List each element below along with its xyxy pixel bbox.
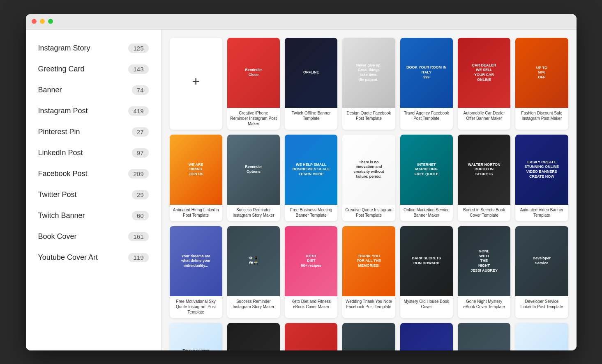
template-label-gone-night: Gone Night Mystery eBook Cover Template (458, 296, 510, 313)
sidebar-item-instagram-post[interactable]: Instagram Post 419 (26, 101, 161, 121)
template-label-developer: Developer Service LinkedIn Post Template (515, 296, 568, 313)
template-card-the-body[interactable]: THE BODYThe Body Book Cover (400, 323, 453, 350)
template-image-creative-quote: There is no innovation and creativity wi… (342, 135, 395, 205)
template-label-iphone-reminder: Creative iPhone Reminder Instagram Post … (227, 108, 280, 130)
sidebar-label-facebook-post: Facebook Post (38, 169, 88, 178)
sidebar-label-twitter-post: Twitter Post (38, 190, 77, 199)
maximize-button[interactable] (48, 19, 53, 24)
sidebar-item-youtube-cover-art[interactable]: Youtube Cover Art 119 (26, 247, 161, 268)
template-card-ios-notif[interactable]: Your Brain Would Like to Send Notificati… (458, 323, 510, 350)
template-card-developer[interactable]: Developer ServiceDeveloper Service Linke… (515, 226, 568, 318)
template-card-buried-secrets[interactable]: WALTER NORTON BURIED IN SECRETSBuried in… (458, 135, 510, 221)
template-card-online-marketing[interactable]: INTERNET MARKETING FREE QUOTEOnline Mark… (400, 135, 453, 221)
sidebar-count-banner: 74 (132, 85, 149, 95)
sidebar-label-youtube-cover-art: Youtube Cover Art (38, 253, 98, 262)
template-card-keto-diet[interactable]: KETO DIET 90+ recipesKeto Diet and Fitne… (285, 226, 337, 318)
template-card-video-banner[interactable]: EASILY CREATE STUNNING ONLINE VIDEO BANN… (515, 135, 568, 221)
template-card-ios2[interactable]: ⚙ 📱 🗺 📸Success Reminder Instagram Story … (227, 226, 280, 318)
sidebar-label-pinterest-pin: Pinterest Pin (38, 128, 80, 136)
template-label-twitch-offline: Twitch Offline Banner Template (285, 108, 337, 124)
template-card-online-service[interactable]: Try our service now free for 30 days CLI… (170, 323, 222, 350)
sidebar-label-twitch-banner: Twitch Banner (38, 211, 85, 220)
sidebar-count-linkedin-post: 97 (132, 148, 149, 158)
template-image-travel-agency: BOOK YOUR ROOM IN ITALY $99 (400, 38, 453, 108)
sidebar-count-youtube-cover-art: 119 (128, 253, 148, 262)
template-label-sky-quote: Free Motivational Sky Quote Instagram Po… (170, 296, 222, 318)
template-image-fashion-discount: UP TO 50% OFF (515, 38, 568, 108)
template-label-buried-secrets: Buried in Secrets Book Cover Template (458, 205, 510, 221)
sidebar-count-twitch-banner: 60 (132, 211, 149, 220)
template-label-online-marketing: Online Marketing Service Banner Maker (400, 205, 453, 221)
sidebar-item-instagram-story[interactable]: Instagram Story 125 (26, 38, 161, 59)
template-image-developer: Developer Service (515, 226, 568, 296)
template-image-online-marketing: INTERNET MARKETING FREE QUOTE (400, 135, 453, 205)
template-image-urban-crime: MY DARK CITY JOSH HARDEN (227, 323, 280, 350)
template-card-business-meeting[interactable]: WE HELP SMALL BUSINESSES SCALE LEARN MOR… (285, 135, 337, 221)
template-card-fashion-discount[interactable]: UP TO 50% OFFFashion Discount Sale Insta… (515, 38, 568, 130)
template-card-iphone-reminder[interactable]: Reminder CloseCreative iPhone Reminder I… (227, 38, 280, 130)
sidebar-item-twitter-post[interactable]: Twitter Post 29 (26, 184, 161, 205)
template-card-car-dealer[interactable]: CAR DEALER WE SELL YOUR CAR ONLINEAutomo… (458, 38, 510, 130)
template-image-sky-quote: Your dreams are what define your individ… (170, 226, 222, 296)
template-label-video-banner: Animated Video Banner Template (515, 205, 568, 221)
template-image-business-meeting: WE HELP SMALL BUSINESSES SCALE LEARN MOR… (285, 135, 337, 205)
template-card-positive-review[interactable]: The Artisan ★★★★★Positive Customer Revie… (342, 323, 395, 350)
sidebar-count-book-cover: 161 (128, 232, 148, 241)
template-image-design-quote: Never give up. Great things take time. B… (342, 38, 395, 108)
template-label-keto-diet: Keto Diet and Fitness eBook Cover Maker (285, 296, 337, 313)
sidebar-item-pinterest-pin[interactable]: Pinterest Pin 27 (26, 121, 161, 142)
sidebar-label-book-cover: Book Cover (38, 232, 77, 241)
template-label-design-quote: Design Quote Facebook Post Template (342, 108, 395, 124)
template-image-ios2: ⚙ 📱 🗺 📸 (227, 226, 280, 296)
template-image-mystery-house: DARK SECRETS RON HOWARD (400, 226, 453, 296)
template-card-hiring-linkedin[interactable]: WE ARE HIRING JOIN USAnimated Hiring Lin… (170, 135, 222, 221)
template-label-hiring-linkedin: Animated Hiring LinkedIn Post Template (170, 205, 222, 221)
template-image-car-dealer: CAR DEALER WE SELL YOUR CAR ONLINE (458, 38, 510, 108)
template-label-ios-phone: Success Reminder Instagram Story Maker (227, 205, 280, 221)
template-card-business-linkedin[interactable]: TOP IDEAS TO GROW YOUR BUSINESSBusiness … (515, 323, 568, 350)
template-card-twitch-offline[interactable]: OFFLINETwitch Offline Banner Template (285, 38, 337, 130)
plus-icon: + (192, 74, 200, 89)
sidebar-item-facebook-post[interactable]: Facebook Post 209 (26, 163, 161, 184)
sidebar-item-book-cover[interactable]: Book Cover 161 (26, 226, 161, 247)
minimize-button[interactable] (40, 19, 45, 24)
template-card-design-quote[interactable]: Never give up. Great things take time. B… (342, 38, 395, 130)
template-card-urban-crime[interactable]: MY DARK CITY JOSH HARDENUrban Crime City… (227, 323, 280, 350)
template-label-travel-agency: Travel Agency Facebook Post Template (400, 108, 453, 124)
template-image-video-banner: EASILY CREATE STUNNING ONLINE VIDEO BANN… (515, 135, 568, 205)
template-image-keto-diet: KETO DIET 90+ recipes (285, 226, 337, 296)
sidebar-count-instagram-post: 419 (128, 106, 148, 116)
template-card-wedding-thank[interactable]: THANK YOU FOR ALL THE MEMORIES!Wedding T… (342, 226, 395, 318)
template-card-ios-phone[interactable]: Reminder OptionsSuccess Reminder Instagr… (227, 135, 280, 221)
titlebar (26, 14, 577, 30)
template-image-the-body: THE BODY (400, 323, 453, 350)
template-image-twitch-offline: OFFLINE (285, 38, 337, 108)
sidebar-count-facebook-post: 209 (128, 169, 148, 179)
sidebar-label-instagram-post: Instagram Post (38, 107, 88, 115)
template-label-fashion-discount: Fashion Discount Sale Instagram Post Mak… (515, 108, 568, 124)
template-label-business-meeting: Free Business Meeting Banner Template (285, 205, 337, 221)
sidebar-label-instagram-story: Instagram Story (38, 44, 90, 53)
sidebar-item-banner[interactable]: Banner 74 (26, 80, 161, 101)
template-card-tech-sale[interactable]: EVERYTHING MUST GO MEGA SALE UP TO -90%T… (285, 323, 337, 350)
sidebar: Instagram Story 125 Greeting Card 143 Ba… (26, 30, 161, 350)
sidebar-item-greeting-card[interactable]: Greeting Card 143 (26, 59, 161, 80)
close-button[interactable] (32, 19, 37, 24)
sidebar-label-linkedin-post: LinkedIn Post (38, 149, 83, 157)
sidebar-item-linkedin-post[interactable]: LinkedIn Post 97 (26, 142, 161, 163)
sidebar-count-greeting-card: 143 (128, 64, 148, 74)
template-image-buried-secrets: WALTER NORTON BURIED IN SECRETS (458, 135, 510, 205)
template-card-mystery-house[interactable]: DARK SECRETS RON HOWARDMystery Old House… (400, 226, 453, 318)
template-card-sky-quote[interactable]: Your dreams are what define your individ… (170, 226, 222, 318)
template-label-creative-quote: Creative Quote Instagram Post Template (342, 205, 395, 221)
template-image-positive-review: The Artisan ★★★★★ (342, 323, 395, 350)
template-image-ios-phone: Reminder Options (227, 135, 280, 205)
template-image-ios-notif: Your Brain Would Like to Send Notificati… (458, 323, 510, 350)
create-new-card[interactable]: + (170, 38, 222, 130)
template-card-gone-night[interactable]: GONE WITH THE NIGHT JESSI AUBREYGone Nig… (458, 226, 510, 318)
sidebar-item-twitch-banner[interactable]: Twitch Banner 60 (26, 205, 161, 226)
template-image-tech-sale: EVERYTHING MUST GO MEGA SALE UP TO -90% (285, 323, 337, 350)
app-window: Instagram Story 125 Greeting Card 143 Ba… (26, 14, 577, 350)
template-card-travel-agency[interactable]: BOOK YOUR ROOM IN ITALY $99Travel Agency… (400, 38, 453, 130)
template-card-creative-quote[interactable]: There is no innovation and creativity wi… (342, 135, 395, 221)
